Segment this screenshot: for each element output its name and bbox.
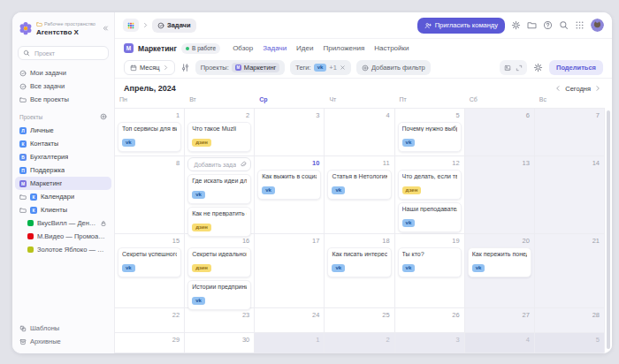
calendar-cell[interactable]: 5Почему нужно выбр...vk xyxy=(395,109,465,155)
calendar-cell[interactable]: 1 xyxy=(255,333,325,353)
today-button[interactable]: Сегодня xyxy=(565,85,591,93)
fullscreen-icon[interactable] xyxy=(516,64,523,72)
view-switcher[interactable]: Месяц xyxy=(124,60,175,75)
projects-filter-chip[interactable]: Проекты: М Маркетинг xyxy=(195,60,286,75)
calendar-cell[interactable]: 8 xyxy=(115,156,185,233)
calendar-cell[interactable]: 3 xyxy=(395,333,465,353)
status-badge[interactable]: В работе xyxy=(181,43,220,54)
global-search-icon[interactable] xyxy=(559,20,569,30)
calendar-cell[interactable]: 4 xyxy=(465,333,535,353)
project-tab[interactable]: Настройки xyxy=(374,44,409,52)
calendar-cell[interactable]: 23 xyxy=(185,308,255,332)
calendar-cell[interactable]: 16Секреты идеального...дзенИстории предп… xyxy=(185,234,255,307)
close-icon[interactable] xyxy=(340,64,346,71)
workspace-header[interactable]: Рабочее пространство Агентство X xyxy=(12,12,114,41)
board-settings-icon[interactable] xyxy=(533,63,543,72)
prev-period-icon[interactable] xyxy=(554,85,562,92)
folder-icon[interactable] xyxy=(527,20,537,30)
calendar-cell[interactable]: 24 xyxy=(255,308,325,332)
project-tab[interactable]: Идеи xyxy=(296,44,313,52)
calendar-cell[interactable]: 15Секреты успешного ...vk xyxy=(115,234,185,307)
calendar-cell[interactable]: 21 xyxy=(535,234,605,307)
sidebar-project-item[interactable]: ВкусВилл — День Здо... xyxy=(15,216,111,230)
calendar-cell[interactable]: 30 xyxy=(185,333,255,353)
project-tab[interactable]: Приложения xyxy=(323,44,364,52)
calendar-cell[interactable]: 2Что такое Muzliдзен xyxy=(185,109,255,155)
sidebar-project-item[interactable]: ББухгалтерия xyxy=(15,150,111,163)
calendar-cell[interactable]: 13 xyxy=(465,156,535,233)
project-tab[interactable]: Обзор xyxy=(233,44,253,52)
add-task-box[interactable] xyxy=(187,157,251,171)
project-search-input[interactable] xyxy=(33,49,103,57)
collapse-sidebar-icon[interactable] xyxy=(102,25,109,32)
calendar-cell[interactable]: 17 xyxy=(255,234,325,307)
sidebar-nav-item[interactable]: Мои задачи xyxy=(12,66,114,80)
filter-icon[interactable] xyxy=(180,63,190,72)
calendar-cell[interactable]: 5 xyxy=(535,333,605,353)
task-card[interactable]: Ты кто?vk xyxy=(398,247,462,277)
breadcrumb-app[interactable]: Задачи xyxy=(152,19,196,33)
calendar-cell[interactable]: 19Ты кто?vk xyxy=(395,234,465,307)
apps-switcher[interactable] xyxy=(123,19,139,32)
apps-menu-icon[interactable] xyxy=(575,20,585,30)
sidebar-project-item[interactable]: ККонтакты xyxy=(15,137,111,150)
share-button[interactable]: Поделиться xyxy=(549,60,603,75)
task-card[interactable]: Где искать идеи для ...vk xyxy=(187,174,251,204)
scrollbar[interactable] xyxy=(607,110,610,349)
sidebar-project-item[interactable]: ККалендари xyxy=(15,190,111,203)
help-icon[interactable] xyxy=(543,20,553,30)
task-card[interactable]: Статья в Нетологию ...vk xyxy=(327,170,391,200)
sidebar-project-item[interactable]: ККлиенты xyxy=(15,203,111,216)
calendar-cell[interactable]: Где искать идеи для ...vkКак не преврати… xyxy=(185,156,255,233)
next-period-icon[interactable] xyxy=(594,85,601,92)
sidebar-footer-item[interactable]: Архивные xyxy=(19,337,107,345)
calendar-cell[interactable]: 18Как писать интерес...vk xyxy=(325,234,394,307)
sidebar-nav-item[interactable]: Все проекты xyxy=(12,93,114,106)
calendar-cell[interactable]: 22 xyxy=(115,308,185,332)
task-card[interactable]: Секреты успешного ...vk xyxy=(118,247,181,277)
sidebar-nav-item[interactable]: Все задачи xyxy=(12,80,114,93)
task-card[interactable]: Что делать, если тво...дзен xyxy=(398,170,462,200)
calendar-cell[interactable]: 3 xyxy=(255,109,325,155)
task-card[interactable]: Истории предприним...vk xyxy=(187,280,251,310)
task-card[interactable]: Почему нужно выбр...vk xyxy=(398,122,462,152)
calendar-cell[interactable]: 6 xyxy=(465,109,535,155)
task-card[interactable]: Как пережить понед...vk xyxy=(468,247,531,277)
task-card[interactable]: Как писать интерес...vk xyxy=(327,247,391,277)
calendar-cell[interactable]: 27 xyxy=(465,308,535,332)
calendar-cell[interactable]: 25 xyxy=(325,308,394,332)
sidebar-footer-item[interactable]: Шаблоны xyxy=(19,324,107,332)
add-project-icon[interactable] xyxy=(100,113,107,120)
calendar-cell[interactable]: 12Что делать, если тво...дзенНаши препод… xyxy=(395,156,465,233)
calendar-cell[interactable]: 28 xyxy=(535,308,605,332)
cover-icon[interactable] xyxy=(504,64,511,72)
invite-team-button[interactable]: Пригласить команду xyxy=(417,18,505,34)
sidebar-project-item[interactable]: Золотое Яблоко — Рекла... xyxy=(15,243,111,256)
avatar[interactable] xyxy=(591,19,604,32)
calendar-cell[interactable]: 29 xyxy=(115,333,185,353)
sidebar-project-item[interactable]: ЛЛичные xyxy=(15,124,111,137)
add-task-input[interactable] xyxy=(192,161,238,169)
calendar-cell[interactable]: 7 xyxy=(535,109,605,155)
task-card[interactable]: Как не превратить с...дзен xyxy=(187,207,251,237)
calendar-cell[interactable]: 4 xyxy=(325,109,394,155)
task-card[interactable]: Топ сервисы для вид...vk xyxy=(118,122,181,152)
calendar-cell[interactable]: 1Топ сервисы для вид...vk xyxy=(115,109,185,155)
add-filter-button[interactable]: Добавить фильтр xyxy=(356,60,431,75)
calendar-cell[interactable]: 11Статья в Нетологию ...vk xyxy=(325,156,394,233)
project-search[interactable] xyxy=(18,46,109,60)
calendar-cell[interactable]: 26 xyxy=(395,308,465,332)
task-card[interactable]: Наши преподавателиvk xyxy=(398,202,462,232)
sidebar-project-item[interactable]: М.Видео — Промоакция xyxy=(15,230,111,243)
task-card[interactable]: Секреты идеального...дзен xyxy=(187,247,251,277)
calendar-cell[interactable]: 20Как пережить понед...vk xyxy=(465,234,535,307)
project-tab[interactable]: Задачи xyxy=(263,44,287,52)
sidebar-project-item[interactable]: ППоддержка xyxy=(15,163,111,177)
tags-filter-chip[interactable]: Теги: vk +1 xyxy=(290,60,351,75)
sidebar-project-item[interactable]: ММаркетинг xyxy=(15,177,111,190)
calendar-cell[interactable]: 2 xyxy=(325,333,394,353)
settings-icon[interactable] xyxy=(511,20,521,30)
task-card[interactable]: Что такое Muzliдзен xyxy=(187,122,251,152)
calendar-cell[interactable]: 14 xyxy=(535,156,605,233)
calendar-cell[interactable]: 10Как выжить в социа...vk xyxy=(255,156,325,233)
